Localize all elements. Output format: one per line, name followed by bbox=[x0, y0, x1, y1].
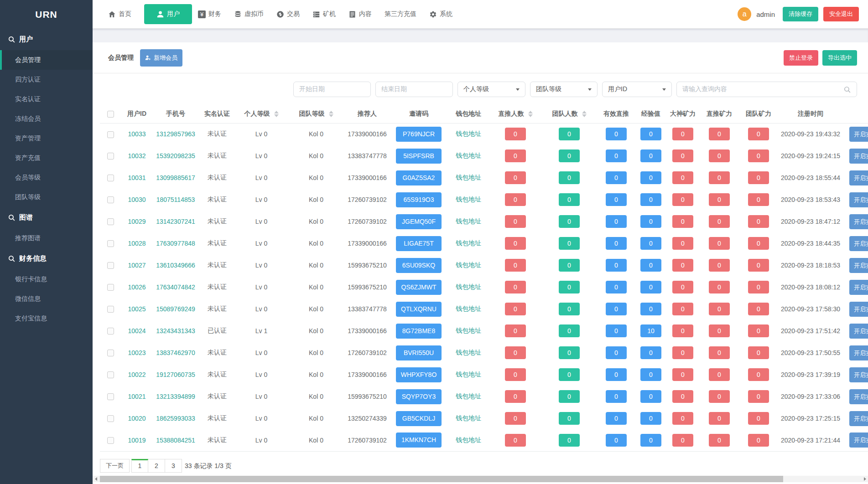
nav-item-用户[interactable]: 用户 bbox=[144, 4, 192, 24]
cell-phone[interactable]: 13610349666 bbox=[156, 262, 195, 269]
nav-item-第三方充值[interactable]: 第三方充值 bbox=[385, 10, 416, 18]
scroll-right-arrow[interactable] bbox=[862, 476, 868, 482]
scroll-left-arrow[interactable] bbox=[93, 476, 99, 482]
cell-id[interactable]: 10022 bbox=[128, 371, 146, 378]
row-checkbox[interactable] bbox=[107, 131, 114, 138]
cell-phone[interactable]: 13142307241 bbox=[156, 218, 195, 225]
row-checkbox[interactable] bbox=[107, 240, 114, 247]
enable-realname-button[interactable]: 开启实名 bbox=[849, 324, 868, 339]
cell-id[interactable]: 10029 bbox=[128, 218, 146, 225]
cell-phone[interactable]: 17634074842 bbox=[156, 283, 195, 291]
row-checkbox[interactable] bbox=[107, 415, 114, 422]
wallet-link[interactable]: 钱包地址 bbox=[456, 174, 481, 181]
wallet-link[interactable]: 钱包地址 bbox=[456, 130, 481, 137]
enable-realname-button[interactable]: 开启实名 bbox=[849, 127, 868, 142]
enable-realname-button[interactable]: 开启实名 bbox=[849, 258, 868, 273]
invite-code-badge[interactable]: 1KMKN7CH bbox=[396, 433, 442, 448]
row-checkbox[interactable] bbox=[107, 218, 114, 225]
sidebar-item[interactable]: 微信信息 bbox=[0, 289, 93, 309]
select-all-checkbox[interactable] bbox=[107, 111, 114, 118]
enable-realname-button[interactable]: 开启实名 bbox=[849, 411, 868, 426]
sidebar-item[interactable]: 会员等级 bbox=[0, 168, 93, 187]
wallet-link[interactable]: 钱包地址 bbox=[456, 217, 481, 225]
sidebar-item[interactable]: 冻结会员 bbox=[0, 109, 93, 129]
enable-realname-button[interactable]: 开启实名 bbox=[849, 149, 868, 164]
cell-phone[interactable]: 15392098235 bbox=[156, 152, 195, 160]
end-date-input[interactable]: 结束日期 bbox=[375, 82, 453, 97]
invite-code-badge[interactable]: SQYP7OY3 bbox=[396, 389, 442, 404]
invite-code-badge[interactable]: WHPXFY8O bbox=[396, 367, 442, 382]
cell-phone[interactable]: 13837462970 bbox=[156, 349, 195, 356]
cell-phone[interactable]: 13213394899 bbox=[156, 393, 195, 400]
cell-phone[interactable]: 15089769249 bbox=[156, 305, 195, 313]
sort-icon[interactable] bbox=[528, 111, 533, 117]
cell-phone[interactable]: 19127060735 bbox=[156, 371, 195, 378]
nav-item-财务[interactable]: ¥财务 bbox=[198, 10, 221, 18]
enable-realname-button[interactable]: 开启实名 bbox=[849, 214, 868, 229]
logout-button[interactable]: 安全退出 bbox=[823, 7, 859, 21]
col-header-team[interactable]: 团队等级 bbox=[287, 105, 345, 123]
row-checkbox[interactable] bbox=[107, 196, 114, 203]
sidebar-item[interactable]: 四方认证 bbox=[0, 70, 93, 89]
start-date-input[interactable]: 开始日期 bbox=[293, 82, 371, 97]
sidebar-section-1[interactable]: 图谱 bbox=[0, 207, 93, 228]
cell-id[interactable]: 10030 bbox=[128, 196, 146, 203]
nav-item-矿机[interactable]: 矿机 bbox=[312, 10, 336, 18]
enable-realname-button[interactable]: 开启实名 bbox=[849, 433, 868, 448]
row-checkbox[interactable] bbox=[107, 437, 114, 444]
cell-phone[interactable]: 18075114853 bbox=[156, 196, 195, 203]
row-checkbox[interactable] bbox=[107, 350, 114, 356]
enable-realname-button[interactable]: 开启实名 bbox=[849, 389, 868, 404]
enable-realname-button[interactable]: 开启实名 bbox=[849, 192, 868, 207]
row-checkbox[interactable] bbox=[107, 328, 114, 335]
scrollbar-thumb[interactable] bbox=[100, 476, 783, 482]
enable-realname-button[interactable]: 开启实名 bbox=[849, 345, 868, 360]
invite-code-badge[interactable]: 8G72BME8 bbox=[396, 324, 442, 339]
sidebar-item[interactable]: 支付宝信息 bbox=[0, 309, 93, 328]
cell-id[interactable]: 10033 bbox=[128, 130, 146, 138]
sidebar-item[interactable]: 会员管理 bbox=[0, 50, 93, 70]
col-header-direct[interactable]: 直推人数 bbox=[489, 105, 542, 123]
sidebar-item[interactable]: 推荐图谱 bbox=[0, 228, 93, 248]
row-checkbox[interactable] bbox=[107, 393, 114, 400]
enable-realname-button[interactable]: 开启实名 bbox=[849, 367, 868, 382]
page-button-3[interactable]: 3 bbox=[165, 459, 182, 473]
cell-id[interactable]: 10025 bbox=[128, 305, 146, 313]
sidebar-section-0[interactable]: 用户 bbox=[0, 29, 93, 50]
row-checkbox[interactable] bbox=[107, 153, 114, 160]
cell-id[interactable]: 10023 bbox=[128, 349, 146, 356]
cell-id[interactable]: 10026 bbox=[128, 283, 146, 291]
wallet-link[interactable]: 钱包地址 bbox=[456, 305, 481, 312]
sidebar-item[interactable]: 银行卡信息 bbox=[0, 269, 93, 289]
row-checkbox[interactable] bbox=[107, 371, 114, 378]
invite-code-badge[interactable]: G0AZ5SA2 bbox=[396, 170, 442, 185]
col-header-level[interactable]: 个人等级 bbox=[236, 105, 287, 123]
sort-icon[interactable] bbox=[274, 111, 279, 117]
cell-phone[interactable]: 13243431343 bbox=[156, 327, 195, 335]
horizontal-scrollbar[interactable] bbox=[93, 476, 868, 482]
wallet-link[interactable]: 钱包地址 bbox=[456, 283, 481, 290]
wallet-link[interactable]: 钱包地址 bbox=[456, 436, 481, 443]
sidebar-section-2[interactable]: 财务信息 bbox=[0, 248, 93, 269]
enable-realname-button[interactable]: 开启实名 bbox=[849, 280, 868, 295]
user-id-select[interactable]: 用户ID bbox=[602, 82, 672, 97]
cell-id[interactable]: 10024 bbox=[128, 327, 146, 335]
wallet-link[interactable]: 钱包地址 bbox=[456, 392, 481, 400]
row-checkbox[interactable] bbox=[107, 175, 114, 181]
sort-icon[interactable] bbox=[582, 111, 587, 117]
cell-id[interactable]: 10021 bbox=[128, 393, 146, 400]
invite-code-badge[interactable]: BVRI550U bbox=[396, 345, 442, 360]
nav-item-系统[interactable]: 系统 bbox=[429, 10, 452, 18]
sidebar-item[interactable]: 资产管理 bbox=[0, 129, 93, 148]
sidebar-item[interactable]: 团队等级 bbox=[0, 187, 93, 207]
row-checkbox[interactable] bbox=[107, 262, 114, 269]
cell-id[interactable]: 10027 bbox=[128, 262, 146, 269]
row-checkbox[interactable] bbox=[107, 306, 114, 313]
cell-id[interactable]: 10020 bbox=[128, 415, 146, 422]
ban-login-button[interactable]: 禁止登录 bbox=[784, 50, 818, 66]
invite-code-badge[interactable]: QS6ZJMWT bbox=[396, 280, 442, 295]
invite-code-badge[interactable]: LIGAE75T bbox=[396, 236, 442, 251]
clear-cache-button[interactable]: 清除缓存 bbox=[783, 7, 818, 21]
nav-item-虚拟币[interactable]: 虚拟币 bbox=[234, 10, 264, 18]
col-header-team_count[interactable]: 团队人数 bbox=[542, 105, 596, 123]
